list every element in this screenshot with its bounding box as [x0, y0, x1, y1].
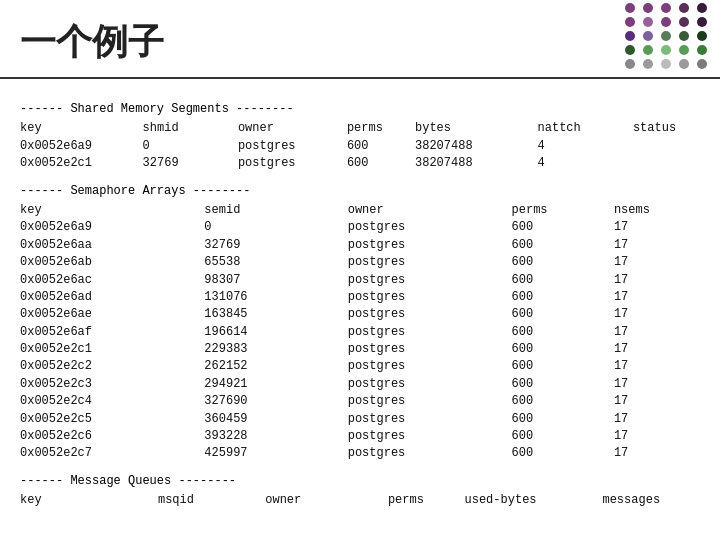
- table-row: key shmid owner perms bytes nattch statu…: [20, 120, 700, 137]
- table-row: 0x0052e6ae163845postgres60017: [20, 306, 700, 323]
- page-title: 一个例子: [0, 0, 720, 79]
- shared-memory-header: ------ Shared Memory Segments --------: [20, 101, 700, 118]
- cell-shmid: 32769: [143, 155, 238, 172]
- semaphore-header: ------ Semaphore Arrays --------: [20, 183, 700, 200]
- cell-nattch: 4: [538, 155, 633, 172]
- table-row: 0x0052e6aa32769postgres60017: [20, 237, 700, 254]
- col-status: status: [633, 120, 700, 137]
- cell-perms: 600: [347, 138, 415, 155]
- table-row: 0x0052e2c5360459postgres60017: [20, 411, 700, 428]
- table-row: key msqid owner perms used-bytes message…: [20, 492, 700, 509]
- table-row: 0x0052e6ad131076postgres60017: [20, 289, 700, 306]
- message-queues-table: key msqid owner perms used-bytes message…: [20, 492, 700, 509]
- table-row: 0x0052e2c3294921postgres60017: [20, 376, 700, 393]
- table-row: 0x0052e6a9 0 postgres 600 38207488 4: [20, 138, 700, 155]
- table-row: 0x0052e2c4327690postgres60017: [20, 393, 700, 410]
- col-shmid: shmid: [143, 120, 238, 137]
- col-messages: messages: [602, 492, 700, 509]
- col-key: key: [20, 492, 158, 509]
- col-perms: perms: [347, 120, 415, 137]
- col-used-bytes: used-bytes: [465, 492, 603, 509]
- table-row: key semid owner perms nsems: [20, 202, 700, 219]
- col-nsems: nsems: [614, 202, 700, 219]
- table-row: 0x0052e2c2262152postgres60017: [20, 358, 700, 375]
- shared-memory-table: key shmid owner perms bytes nattch statu…: [20, 120, 700, 172]
- message-queues-header: ------ Message Queues --------: [20, 473, 700, 490]
- table-row: 0x0052e2c7425997postgres60017: [20, 445, 700, 462]
- table-row: 0x0052e2c6393228postgres60017: [20, 428, 700, 445]
- table-row: 0x0052e2c1229383postgres60017: [20, 341, 700, 358]
- col-nattch: nattch: [538, 120, 633, 137]
- table-row: 0x0052e6ab65538postgres60017: [20, 254, 700, 271]
- col-perms: perms: [512, 202, 614, 219]
- table-row: 0x0052e6a90postgres60017: [20, 219, 700, 236]
- table-row: 0x0052e6af196614postgres60017: [20, 324, 700, 341]
- dots-decoration: [620, 0, 720, 80]
- cell-key: 0x0052e2c1: [20, 155, 143, 172]
- table-row: 0x0052e2c1 32769 postgres 600 38207488 4: [20, 155, 700, 172]
- col-key: key: [20, 120, 143, 137]
- col-owner: owner: [348, 202, 512, 219]
- cell-status: [633, 155, 700, 172]
- table-row: 0x0052e6ac98307postgres60017: [20, 272, 700, 289]
- cell-bytes: 38207488: [415, 155, 538, 172]
- semaphore-table: key semid owner perms nsems 0x0052e6a90p…: [20, 202, 700, 463]
- cell-key: 0x0052e6a9: [20, 138, 143, 155]
- cell-owner: postgres: [238, 155, 347, 172]
- col-perms: perms: [388, 492, 465, 509]
- col-owner: owner: [238, 120, 347, 137]
- main-content: ------ Shared Memory Segments -------- k…: [0, 87, 720, 516]
- cell-shmid: 0: [143, 138, 238, 155]
- col-bytes: bytes: [415, 120, 538, 137]
- cell-bytes: 38207488: [415, 138, 538, 155]
- cell-owner: postgres: [238, 138, 347, 155]
- col-owner: owner: [265, 492, 388, 509]
- col-msqid: msqid: [158, 492, 265, 509]
- cell-nattch: 4: [538, 138, 633, 155]
- cell-perms: 600: [347, 155, 415, 172]
- col-key: key: [20, 202, 204, 219]
- cell-status: [633, 138, 700, 155]
- col-semid: semid: [204, 202, 347, 219]
